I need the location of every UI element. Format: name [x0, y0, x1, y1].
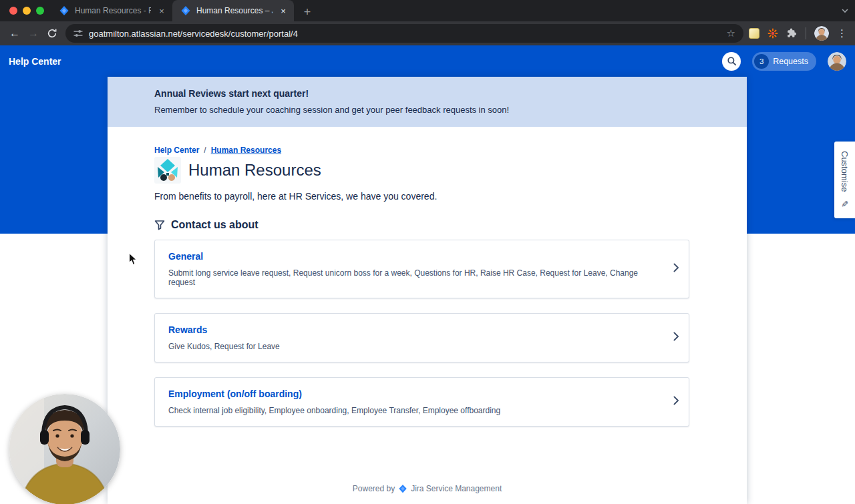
browser-menu-button[interactable]: ⋮	[837, 27, 847, 39]
contact-section-header: Contact us about	[154, 219, 700, 231]
portal-title: Human Resources	[188, 161, 321, 180]
search-button[interactable]	[722, 52, 741, 71]
macos-window-controls	[9, 7, 44, 15]
url-text[interactable]: goatmilton.atlassian.net/servicedesk/cus…	[89, 29, 721, 39]
back-button[interactable]: ←	[5, 24, 24, 43]
customise-label: Customise	[840, 151, 850, 192]
funnel-icon	[154, 220, 165, 230]
jira-favicon	[180, 5, 191, 16]
card-title[interactable]: Rewards	[168, 324, 659, 335]
user-avatar-image	[828, 52, 846, 71]
portal-title-row: Human Resources	[154, 157, 700, 184]
requests-label: Requests	[773, 57, 808, 66]
toolbar-extensions: ⋮	[749, 26, 850, 41]
announcement-banner: Annual Reviews start next quarter! Remem…	[108, 77, 747, 127]
mouse-cursor	[128, 252, 138, 269]
portal-top-bar-actions: 3 Requests	[722, 52, 846, 71]
jira-logo-icon	[398, 484, 407, 493]
reload-button[interactable]	[43, 24, 61, 43]
help-center-page: Help Center 3 Requests Annual Reviews st…	[0, 45, 855, 504]
chevron-down-icon	[840, 6, 850, 15]
extension-sun-icon[interactable]	[767, 28, 778, 39]
card-general[interactable]: General Submit long service leave reques…	[154, 240, 689, 298]
breadcrumb: Help Center / Human Resources	[154, 146, 700, 155]
browser-toolbar: ← → goatmilton.atlassian.net/servicedesk…	[0, 21, 855, 45]
pencil-icon: ✎	[840, 200, 850, 208]
tab-close-icon[interactable]: ×	[156, 5, 167, 16]
announcement-body: Remember to schedule your coaching sessi…	[154, 105, 700, 115]
address-bar[interactable]: goatmilton.atlassian.net/servicedesk/cus…	[65, 24, 743, 43]
reload-icon	[47, 28, 57, 39]
portal-description: From benefits to payroll, here at HR Ser…	[154, 191, 700, 202]
request-type-cards: General Submit long service leave reques…	[154, 240, 689, 427]
close-window-button[interactable]	[9, 7, 17, 15]
portal-content: Annual Reviews start next quarter! Remem…	[108, 77, 747, 504]
card-description: Check internal job eligibility, Employee…	[168, 406, 659, 415]
requests-button[interactable]: 3 Requests	[752, 52, 816, 71]
requests-count-badge: 3	[754, 54, 769, 69]
powered-by-text: Powered by	[353, 484, 395, 493]
extensions-puzzle-icon[interactable]	[786, 28, 798, 39]
search-icon	[727, 56, 737, 66]
tab-title: Human Resources – Jira Serv	[196, 6, 273, 15]
browser-profile-avatar[interactable]	[814, 26, 829, 41]
card-rewards[interactable]: Rewards Give Kudos, Request for Leave	[154, 313, 689, 362]
minimize-window-button[interactable]	[23, 7, 31, 15]
chevron-right-icon	[670, 262, 682, 276]
chevron-right-icon	[670, 395, 682, 409]
tab-human-resources-request[interactable]: Human Resources - Request ×	[51, 0, 172, 21]
toolbar-divider	[806, 27, 806, 39]
jira-favicon	[59, 5, 69, 16]
tab-human-resources-portal[interactable]: Human Resources – Jira Serv ×	[172, 0, 294, 21]
breadcrumb-human-resources-link[interactable]: Human Resources	[211, 146, 281, 155]
tab-title: Human Resources - Request	[75, 6, 151, 15]
card-description: Submit long service leave request, Reque…	[168, 268, 659, 287]
new-tab-button[interactable]: +	[298, 3, 317, 21]
jira-product-name: Jira Service Management	[411, 484, 502, 493]
card-description: Give Kudos, Request for Leave	[168, 342, 659, 351]
breadcrumb-help-center-link[interactable]: Help Center	[154, 146, 199, 155]
powered-by-footer: Powered by Jira Service Management	[108, 484, 747, 493]
help-center-brand[interactable]: Help Center	[9, 56, 61, 67]
browser-window: Human Resources - Request × Human Resour…	[0, 0, 855, 504]
portal-logo-image	[154, 157, 181, 184]
webcam-video	[9, 394, 120, 504]
bookmark-star-icon[interactable]: ☆	[727, 27, 735, 39]
profile-avatar-image	[814, 26, 829, 41]
portal-logo	[154, 157, 181, 184]
site-info-icon[interactable]	[73, 29, 83, 38]
breadcrumb-separator: /	[204, 146, 206, 155]
forward-button[interactable]: →	[24, 24, 43, 43]
chevron-right-icon	[670, 330, 682, 345]
user-avatar[interactable]	[828, 52, 846, 71]
webcam-overlay	[9, 394, 120, 504]
tab-close-icon[interactable]: ×	[278, 5, 289, 16]
tab-strip: Human Resources - Request × Human Resour…	[0, 0, 855, 21]
tab-search-button[interactable]	[840, 6, 850, 18]
card-employment[interactable]: Employment (on/off boarding) Check inter…	[154, 377, 689, 427]
card-title[interactable]: General	[168, 251, 659, 262]
customise-panel[interactable]: Customise ✎	[834, 142, 855, 218]
portal-top-bar: Help Center 3 Requests	[0, 45, 855, 77]
extension-icon[interactable]	[749, 28, 759, 39]
card-title[interactable]: Employment (on/off boarding)	[168, 389, 659, 399]
fullscreen-window-button[interactable]	[36, 7, 44, 15]
tabs: Human Resources - Request × Human Resour…	[51, 0, 317, 21]
announcement-title: Annual Reviews start next quarter!	[154, 88, 700, 99]
contact-section-title: Contact us about	[171, 219, 259, 231]
